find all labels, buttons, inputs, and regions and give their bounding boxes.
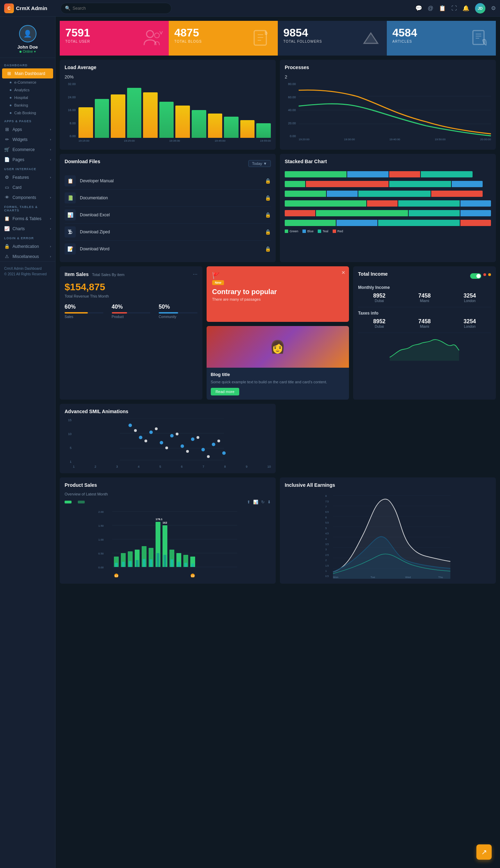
progress-name-product: Product [112,315,151,319]
item-sales-panel: Item Sales Total Sales By item ··· $154,… [60,266,202,400]
sidebar-item-hospital[interactable]: Hospital [0,94,55,101]
bell-icon[interactable]: 🔔 [462,5,469,11]
chevron-icon: › [50,217,51,220]
download-item-3[interactable]: 📊 Download Excel 🔒 [65,207,271,224]
sidebar-item-auth[interactable]: 🔒 Authentication › [0,241,55,251]
progress-name-community: Community [159,315,198,319]
sidebar-item-forms[interactable]: 📋 Forms & Tables › [0,214,55,224]
seg [336,220,377,226]
upload-icon[interactable]: ⬆ [247,500,250,504]
product-chart-controls: ⬆ 📊 ↻ ⬇ [65,500,271,504]
three-dots-icon[interactable]: ··· [193,271,197,277]
seg [358,191,431,197]
product-sales-chart: 2.00 1.50 1.00 0.50 0.00 [65,508,271,577]
logo-icon: C [4,3,14,13]
product-sales-title: Product Sales [65,482,271,488]
download-action-2[interactable]: 🔒 [265,195,271,201]
income-miami: 7458 Miami [403,293,446,303]
sidebar-item-components[interactable]: 👁 Components › [0,192,55,202]
download-item-5[interactable]: 📝 Download Word 🔒 [65,241,271,257]
stat-cards-row: 7591 TOTAL USER 4875 TOTAL BLOGS [60,21,496,56]
chat-icon[interactable]: 💬 [415,5,422,11]
stacked-bar-row-6 [285,220,491,226]
sidebar-item-ecommerce[interactable]: e-Commerce [0,78,55,86]
svg-marker-4 [364,33,378,43]
sidebar-item-cab[interactable]: Cab Booking [0,109,55,117]
fullscreen-icon[interactable]: ⛶ [451,5,457,11]
sidebar-item-main-dashboard[interactable]: ⊞ Main Dashboard [2,68,53,78]
sidebar-item-card[interactable]: ▭ Card [0,182,55,192]
download-item-4[interactable]: 🗜 Download Ziped 🔒 [65,224,271,241]
income-mini-chart [358,336,491,361]
app-logo[interactable]: C CrmX Admin [4,3,56,13]
chart-legend [65,501,85,503]
income-london: 3254 London [449,293,491,303]
income-num-london: 3254 [449,293,491,299]
load-avg-title: Load Average [65,65,271,70]
load-avg-chart: 32.00 24.00 16.00 8.00 0.00 [65,82,271,145]
seg [285,191,326,197]
file-icon-4: 🗜 [65,226,76,237]
download-item-1[interactable]: 📋 Developer Manual 🔒 [65,173,271,190]
download-header: Download Files Today ▼ [65,159,271,168]
svg-text:8: 8 [325,495,327,497]
download-item-2[interactable]: 📗 Documentation 🔒 [65,190,271,207]
seg [389,181,451,187]
product-sales-svg: 2.00 1.50 1.00 0.50 0.00 [65,508,271,577]
sidebar-item-pages[interactable]: 📄 Pages › [0,155,55,165]
product-sales-subtitle: Overview of Latest Month [65,492,271,496]
row-sales: Item Sales Total Sales By item ··· $154,… [60,266,496,400]
sidebar-item-charts[interactable]: 📈 Charts › [0,224,55,234]
mention-icon[interactable]: @ [428,5,433,11]
empty-space [280,404,496,473]
sales-subtitle: Total Sales By item [92,273,125,277]
main-content: 7591 TOTAL USER 4875 TOTAL BLOGS [56,17,500,592]
svg-rect-60 [157,553,159,567]
section-label-login: Login & Error [0,234,55,241]
stacked-bar-6 [285,220,491,226]
toggle-switch[interactable] [470,273,481,279]
svg-rect-54 [115,563,118,567]
seg [398,200,459,207]
refresh-icon[interactable]: ↻ [261,500,265,504]
download-action-1[interactable]: 🔒 [265,178,271,184]
sidebar-item-misc[interactable]: ⚠ Miscellaneous › [0,251,55,261]
progress-pct-sales: 60% [65,304,103,310]
download-action-4[interactable]: 🔒 [265,229,271,235]
download-action-3[interactable]: 🔒 [265,212,271,218]
download-icon[interactable]: ⬇ [267,500,271,504]
sidebar-item-apps[interactable]: ⊞ Apps › [0,124,55,134]
bar [192,110,206,138]
stacked-bar-4 [285,200,491,207]
widgets-icon: ✏ [4,137,10,142]
sidebar-item-analytics[interactable]: Analytics [0,86,55,94]
sidebar-item-ecommerce-page[interactable]: 🛒 Ecommerce › [0,144,55,155]
status-dot [19,51,22,53]
close-button[interactable]: ✕ [341,270,345,275]
search-bar[interactable]: 🔍 [60,3,172,14]
sidebar-item-features[interactable]: ⚙ Features › [0,172,55,182]
bar [159,102,174,138]
app-name: CrmX Admin [16,5,47,11]
clipboard-icon[interactable]: 📋 [439,5,446,11]
download-action-5[interactable]: 🔒 [265,246,271,252]
today-badge[interactable]: Today ▼ [248,160,271,167]
bar-chart-icon[interactable]: 📊 [253,500,258,504]
svg-text:6: 6 [325,516,327,519]
stacked-bar-row-1 [285,171,491,177]
search-input[interactable] [73,6,167,11]
section-label-apps: Apps & Pages [0,117,55,124]
read-more-button[interactable]: Read more [211,388,239,395]
user-avatar[interactable]: JD [475,3,485,14]
chevron-icon: › [50,158,51,161]
bar [143,92,158,138]
fab-button[interactable]: ↗ [476,844,492,860]
chevron-icon: › [50,255,51,258]
load-average-panel: Load Average 20% 32.00 24.00 16.00 8.00 … [60,60,276,150]
sidebar-item-banking[interactable]: Banking [0,101,55,109]
gear-icon[interactable]: ⚙ [491,5,496,11]
charts-icon: 📈 [4,226,10,231]
svg-text:7.5: 7.5 [325,500,329,503]
seg [347,171,389,177]
sidebar-item-widgets[interactable]: ✏ Widgets › [0,134,55,144]
